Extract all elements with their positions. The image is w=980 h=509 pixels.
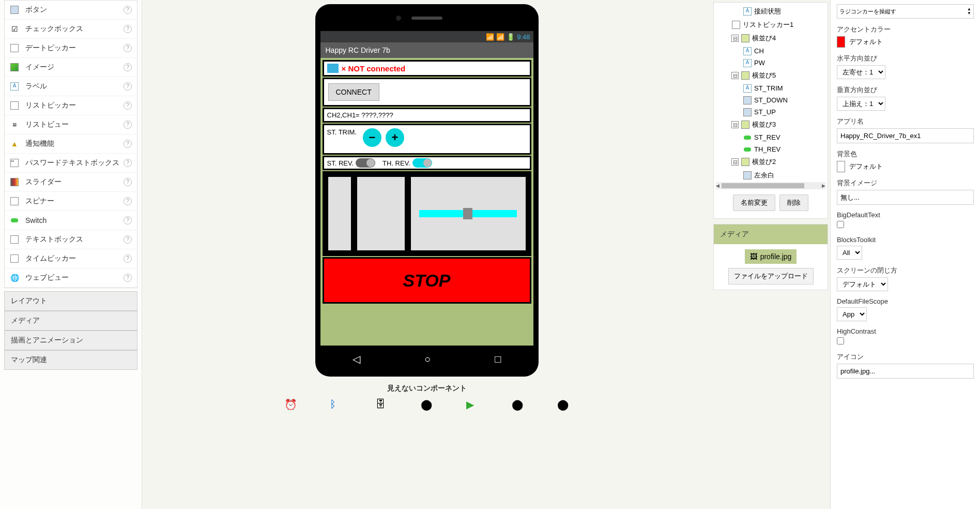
help-icon[interactable]: ? (124, 140, 132, 148)
ch-values: CH2,CH1= ????,???? (327, 111, 393, 119)
icon-input[interactable] (837, 364, 974, 379)
nav-recent-icon[interactable]: □ (495, 353, 501, 365)
disc2-icon[interactable]: ⬤ (557, 398, 570, 411)
db-icon[interactable]: 🗄 (375, 398, 388, 411)
close-select[interactable]: デフォルト (837, 277, 888, 291)
bigdef-checkbox[interactable] (837, 221, 844, 228)
palette-item-listpicker[interactable]: リストピッカー? (5, 96, 137, 115)
tree-item[interactable]: ST_DOWN (716, 94, 825, 106)
tree-item[interactable]: リストピッカー1 (716, 18, 825, 32)
help-icon[interactable]: ? (124, 216, 132, 224)
connect-button[interactable]: CONNECT (328, 83, 379, 101)
notifier-icon: ▲ (10, 139, 19, 148)
tree-item[interactable]: ST_REV (716, 131, 825, 143)
trim-down-button[interactable]: − (363, 128, 381, 147)
tree-item[interactable]: ⊟横並び4 (716, 32, 825, 45)
accent-picker[interactable]: デフォルト (837, 36, 974, 48)
stop-button[interactable]: STOP (323, 257, 531, 304)
tree-item[interactable]: AST_TRIM (716, 82, 825, 94)
control-mid[interactable] (355, 175, 407, 252)
tree-item[interactable]: ⊟横並び5 (716, 69, 825, 82)
nav-back-icon[interactable]: ◁ (353, 353, 360, 365)
palette-item-checkbox[interactable]: ☑チェックボックス? (5, 20, 137, 39)
about-scroll-icon[interactable]: ▲▼ (967, 7, 971, 16)
palette-item-timepicker[interactable]: タイムピッカー? (5, 249, 137, 268)
phone-screen: 📶 📶 🔋 9:48 Happy RC Driver 7b × NOT conn… (320, 31, 533, 346)
palette-cat-maps[interactable]: マップ関連 (4, 350, 137, 370)
tree-item[interactable]: ST_UP (716, 106, 825, 118)
palette-item-image[interactable]: イメージ? (5, 58, 137, 77)
tree-scrollbar[interactable]: ◀ ▶ (716, 182, 825, 189)
delete-button[interactable]: 削除 (779, 194, 808, 211)
tree-item[interactable]: ⊟横並び3 (716, 118, 825, 131)
collapse-icon[interactable]: ⊟ (731, 158, 739, 166)
control-right[interactable] (409, 175, 528, 252)
clock-icon[interactable]: ⏰ (284, 398, 297, 411)
palette-item-spinner[interactable]: スピナー? (5, 192, 137, 211)
scrollbar-thumb[interactable] (722, 183, 804, 188)
blocks-select[interactable]: All (837, 246, 862, 260)
sensor-icon[interactable]: ⬤ (421, 398, 433, 411)
about-textarea[interactable]: ラジコンカーを操縦す ▲▼ (837, 4, 974, 19)
collapse-icon[interactable]: ⊟ (731, 121, 739, 128)
help-icon[interactable]: ? (124, 82, 132, 91)
slider-thumb[interactable] (463, 208, 472, 219)
tree-item[interactable]: A接続状態 (716, 5, 825, 18)
help-icon[interactable]: ? (124, 25, 132, 33)
help-icon[interactable]: ? (124, 235, 132, 244)
nav-home-icon[interactable]: ○ (424, 353, 431, 365)
help-icon[interactable]: ? (124, 274, 132, 282)
bluetooth-icon[interactable]: ᛒ (330, 398, 342, 411)
steering-slider[interactable] (419, 210, 517, 217)
help-icon[interactable]: ? (124, 101, 132, 110)
help-icon[interactable]: ? (124, 44, 132, 52)
icon-label: アイコン (837, 352, 974, 362)
help-icon[interactable]: ? (124, 6, 132, 14)
tree-item[interactable]: TH_REV (716, 143, 825, 155)
collapse-icon[interactable]: ⊟ (731, 35, 739, 42)
th-rev-toggle[interactable] (412, 158, 432, 168)
collapse-icon[interactable]: ⊟ (731, 72, 739, 79)
bgcolor-picker[interactable]: デフォルト (837, 161, 974, 172)
st-rev-toggle[interactable] (356, 158, 375, 168)
tree-item[interactable]: 左余白 (716, 169, 825, 182)
help-icon[interactable]: ? (124, 197, 132, 205)
spinner-icon (10, 197, 19, 206)
palette-item-listview[interactable]: ≡リストビュー? (5, 115, 137, 134)
help-icon[interactable]: ? (124, 63, 132, 71)
help-icon[interactable]: ? (124, 255, 132, 263)
media-file[interactable]: 🖼profile.jpg (745, 249, 797, 264)
palette-item-slider[interactable]: スライダー? (5, 173, 137, 192)
valign-select[interactable]: 上揃え：1 (837, 97, 885, 111)
palette-item-textbox[interactable]: テキストボックス? (5, 230, 137, 249)
palette-item-password[interactable]: **パスワードテキストボックス? (5, 154, 137, 173)
help-icon[interactable]: ? (124, 159, 132, 167)
highcontrast-checkbox[interactable] (837, 337, 844, 345)
appname-input[interactable] (837, 128, 974, 143)
palette-cat-layout[interactable]: レイアウト (4, 291, 137, 311)
control-left[interactable] (326, 175, 353, 252)
trim-up-button[interactable]: + (386, 128, 404, 147)
tree-item[interactable]: ACH (716, 45, 825, 57)
help-icon[interactable]: ? (124, 178, 132, 186)
bgimg-input[interactable] (837, 190, 974, 205)
upload-button[interactable]: ファイルをアップロード (728, 268, 814, 285)
media-filename: profile.jpg (760, 252, 792, 261)
palette-cat-drawing[interactable]: 描画とアニメーション (4, 331, 137, 350)
tree-item[interactable]: APW (716, 57, 825, 69)
scope-select[interactable]: App (837, 307, 867, 321)
palette-cat-media[interactable]: メディア (4, 311, 137, 331)
play-icon[interactable]: ▶ (466, 398, 479, 411)
tree-item[interactable]: ⊟横並び2 (716, 155, 825, 169)
palette-item-button[interactable]: ボタン? (5, 1, 137, 20)
halign-select[interactable]: 左寄せ：1 (837, 65, 885, 79)
help-icon[interactable]: ? (124, 121, 132, 129)
palette-item-label[interactable]: Aラベル? (5, 77, 137, 96)
rename-button[interactable]: 名前変更 (733, 194, 775, 211)
palette-item-switch[interactable]: Switch? (5, 211, 137, 230)
palette-item-datepicker[interactable]: デートピッカー? (5, 39, 137, 58)
palette-item-notifier[interactable]: ▲通知機能? (5, 134, 137, 154)
disc1-icon[interactable]: ⬤ (512, 398, 524, 411)
connect-row: CONNECT (323, 78, 531, 107)
palette-item-webview[interactable]: 🌐ウェブビュー? (5, 268, 137, 288)
